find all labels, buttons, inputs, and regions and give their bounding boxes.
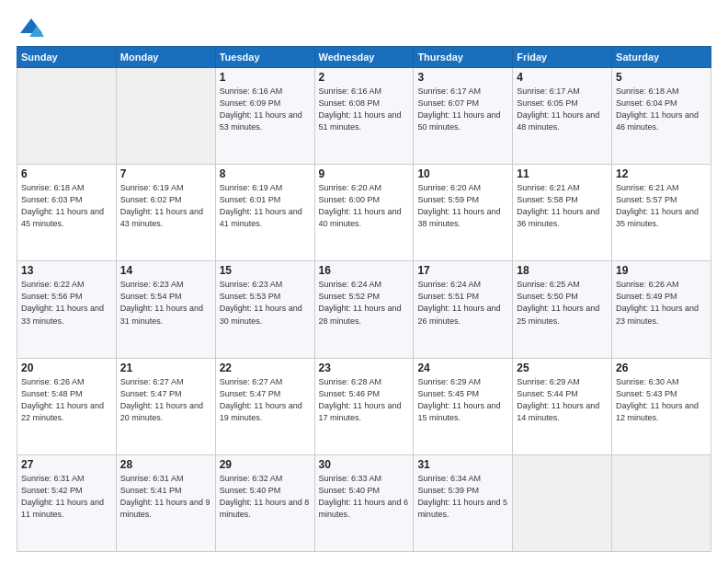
calendar-cell: 15Sunrise: 6:23 AM Sunset: 5:53 PM Dayli… [215, 261, 314, 358]
weekday-header-saturday: Saturday [612, 47, 711, 68]
calendar-cell [116, 68, 215, 165]
calendar-table: SundayMondayTuesdayWednesdayThursdayFrid… [17, 46, 711, 552]
day-number: 12 [616, 167, 707, 180]
day-info: Sunrise: 6:19 AM Sunset: 6:02 PM Dayligh… [120, 182, 211, 230]
day-number: 28 [120, 458, 211, 471]
calendar-cell: 28Sunrise: 6:31 AM Sunset: 5:41 PM Dayli… [116, 454, 215, 551]
day-number: 3 [417, 71, 508, 84]
calendar-cell: 26Sunrise: 6:30 AM Sunset: 5:43 PM Dayli… [612, 358, 711, 454]
weekday-header-thursday: Thursday [414, 47, 513, 68]
day-info: Sunrise: 6:16 AM Sunset: 6:08 PM Dayligh… [319, 86, 410, 133]
day-info: Sunrise: 6:21 AM Sunset: 5:58 PM Dayligh… [517, 182, 608, 230]
day-number: 9 [319, 167, 410, 180]
week-row-2: 6Sunrise: 6:18 AM Sunset: 6:03 PM Daylig… [17, 165, 711, 261]
logo-icon [18, 17, 44, 37]
weekday-header-monday: Monday [116, 47, 215, 68]
day-number: 27 [21, 458, 112, 471]
calendar-cell: 5Sunrise: 6:18 AM Sunset: 6:04 PM Daylig… [612, 68, 711, 165]
day-info: Sunrise: 6:27 AM Sunset: 5:47 PM Dayligh… [220, 376, 311, 424]
day-info: Sunrise: 6:21 AM Sunset: 5:57 PM Dayligh… [616, 182, 707, 230]
day-info: Sunrise: 6:31 AM Sunset: 5:42 PM Dayligh… [21, 473, 112, 521]
calendar-cell [17, 68, 117, 165]
day-number: 10 [417, 167, 508, 180]
day-number: 5 [616, 71, 707, 84]
week-row-1: 1Sunrise: 6:16 AM Sunset: 6:09 PM Daylig… [17, 68, 711, 165]
calendar-cell: 19Sunrise: 6:26 AM Sunset: 5:49 PM Dayli… [612, 261, 711, 358]
weekday-header-sunday: Sunday [17, 47, 117, 68]
day-info: Sunrise: 6:23 AM Sunset: 5:53 PM Dayligh… [220, 279, 311, 327]
calendar-cell: 9Sunrise: 6:20 AM Sunset: 6:00 PM Daylig… [314, 165, 414, 261]
calendar-cell: 11Sunrise: 6:21 AM Sunset: 5:58 PM Dayli… [513, 165, 612, 261]
week-row-5: 27Sunrise: 6:31 AM Sunset: 5:42 PM Dayli… [17, 454, 711, 551]
day-info: Sunrise: 6:18 AM Sunset: 6:04 PM Dayligh… [616, 86, 707, 133]
day-number: 19 [616, 264, 707, 277]
day-info: Sunrise: 6:26 AM Sunset: 5:49 PM Dayligh… [616, 279, 707, 327]
day-info: Sunrise: 6:23 AM Sunset: 5:54 PM Dayligh… [120, 279, 211, 327]
header [17, 17, 711, 37]
weekday-header-friday: Friday [513, 47, 612, 68]
day-number: 4 [517, 71, 608, 84]
calendar-cell: 23Sunrise: 6:28 AM Sunset: 5:46 PM Dayli… [314, 358, 414, 454]
weekday-header-tuesday: Tuesday [215, 47, 314, 68]
day-number: 13 [21, 264, 112, 277]
week-row-4: 20Sunrise: 6:26 AM Sunset: 5:48 PM Dayli… [17, 358, 711, 454]
day-info: Sunrise: 6:18 AM Sunset: 6:03 PM Dayligh… [21, 182, 112, 230]
day-number: 30 [319, 458, 410, 471]
calendar-cell: 10Sunrise: 6:20 AM Sunset: 5:59 PM Dayli… [414, 165, 513, 261]
weekday-header-wednesday: Wednesday [314, 47, 414, 68]
calendar-cell: 29Sunrise: 6:32 AM Sunset: 5:40 PM Dayli… [215, 454, 314, 551]
day-info: Sunrise: 6:31 AM Sunset: 5:41 PM Dayligh… [120, 473, 211, 521]
day-info: Sunrise: 6:34 AM Sunset: 5:39 PM Dayligh… [417, 473, 508, 521]
day-info: Sunrise: 6:27 AM Sunset: 5:47 PM Dayligh… [120, 376, 211, 424]
calendar-cell: 17Sunrise: 6:24 AM Sunset: 5:51 PM Dayli… [414, 261, 513, 358]
calendar-cell: 2Sunrise: 6:16 AM Sunset: 6:08 PM Daylig… [314, 68, 414, 165]
calendar-cell: 7Sunrise: 6:19 AM Sunset: 6:02 PM Daylig… [116, 165, 215, 261]
calendar-cell: 4Sunrise: 6:17 AM Sunset: 6:05 PM Daylig… [513, 68, 612, 165]
calendar-cell: 27Sunrise: 6:31 AM Sunset: 5:42 PM Dayli… [17, 454, 117, 551]
day-info: Sunrise: 6:28 AM Sunset: 5:46 PM Dayligh… [319, 376, 410, 424]
day-number: 1 [220, 71, 311, 84]
day-number: 25 [517, 362, 608, 374]
calendar-cell: 24Sunrise: 6:29 AM Sunset: 5:45 PM Dayli… [414, 358, 513, 454]
day-info: Sunrise: 6:26 AM Sunset: 5:48 PM Dayligh… [21, 376, 112, 424]
day-number: 11 [517, 167, 608, 180]
calendar-cell: 16Sunrise: 6:24 AM Sunset: 5:52 PM Dayli… [314, 261, 414, 358]
day-info: Sunrise: 6:22 AM Sunset: 5:56 PM Dayligh… [21, 279, 112, 327]
day-info: Sunrise: 6:16 AM Sunset: 6:09 PM Dayligh… [220, 86, 311, 133]
week-row-3: 13Sunrise: 6:22 AM Sunset: 5:56 PM Dayli… [17, 261, 711, 358]
day-number: 15 [220, 264, 311, 277]
day-number: 18 [517, 264, 608, 277]
day-info: Sunrise: 6:20 AM Sunset: 6:00 PM Dayligh… [319, 182, 410, 230]
calendar-cell: 18Sunrise: 6:25 AM Sunset: 5:50 PM Dayli… [513, 261, 612, 358]
calendar-cell: 13Sunrise: 6:22 AM Sunset: 5:56 PM Dayli… [17, 261, 117, 358]
calendar-cell: 31Sunrise: 6:34 AM Sunset: 5:39 PM Dayli… [414, 454, 513, 551]
calendar-cell: 8Sunrise: 6:19 AM Sunset: 6:01 PM Daylig… [215, 165, 314, 261]
day-number: 23 [319, 362, 410, 374]
page: SundayMondayTuesdayWednesdayThursdayFrid… [0, 0, 728, 563]
calendar-cell [612, 454, 711, 551]
day-info: Sunrise: 6:24 AM Sunset: 5:52 PM Dayligh… [319, 279, 410, 327]
day-number: 7 [120, 167, 211, 180]
day-info: Sunrise: 6:29 AM Sunset: 5:45 PM Dayligh… [417, 376, 508, 424]
day-info: Sunrise: 6:20 AM Sunset: 5:59 PM Dayligh… [417, 182, 508, 230]
day-number: 24 [417, 362, 508, 374]
weekday-header-row: SundayMondayTuesdayWednesdayThursdayFrid… [17, 47, 711, 68]
day-number: 29 [220, 458, 311, 471]
day-number: 14 [120, 264, 211, 277]
day-info: Sunrise: 6:32 AM Sunset: 5:40 PM Dayligh… [220, 473, 311, 521]
day-number: 31 [417, 458, 508, 471]
day-info: Sunrise: 6:25 AM Sunset: 5:50 PM Dayligh… [517, 279, 608, 327]
day-info: Sunrise: 6:19 AM Sunset: 6:01 PM Dayligh… [220, 182, 311, 230]
day-number: 20 [21, 362, 112, 374]
calendar-cell: 6Sunrise: 6:18 AM Sunset: 6:03 PM Daylig… [17, 165, 117, 261]
day-number: 2 [319, 71, 410, 84]
day-number: 26 [616, 362, 707, 374]
day-info: Sunrise: 6:17 AM Sunset: 6:05 PM Dayligh… [517, 86, 608, 133]
day-number: 16 [319, 264, 410, 277]
calendar-cell: 22Sunrise: 6:27 AM Sunset: 5:47 PM Dayli… [215, 358, 314, 454]
calendar-cell: 21Sunrise: 6:27 AM Sunset: 5:47 PM Dayli… [116, 358, 215, 454]
calendar-cell: 1Sunrise: 6:16 AM Sunset: 6:09 PM Daylig… [215, 68, 314, 165]
day-number: 17 [417, 264, 508, 277]
day-info: Sunrise: 6:30 AM Sunset: 5:43 PM Dayligh… [616, 376, 707, 424]
day-number: 6 [21, 167, 112, 180]
